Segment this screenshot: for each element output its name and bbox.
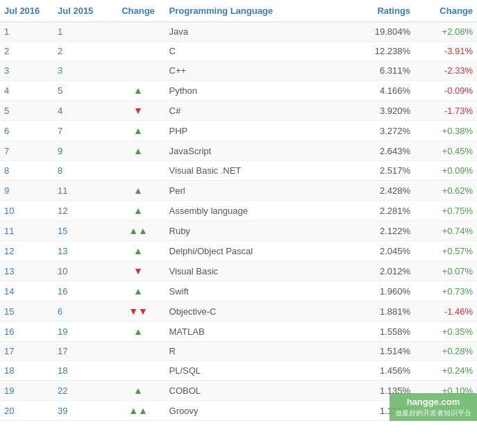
cell-jul2016: 13 [0, 261, 53, 281]
header-ratings: Ratings [343, 0, 415, 22]
cell-language: MATLAB [165, 322, 344, 342]
watermark: hangge.com 做最好的开发者知识平台 [390, 393, 477, 421]
change-arrow-icon: ▲▲ [128, 225, 148, 236]
cell-change-pct: +0.75% [415, 201, 477, 221]
change-arrow-icon: ▲ [133, 145, 143, 156]
cell-language: C# [165, 101, 344, 121]
table-row: 22C12.238%-3.91% [0, 42, 477, 61]
cell-ratings: 2.281% [343, 201, 415, 221]
table-row: 1619▲MATLAB1.558%+0.35% [0, 322, 477, 342]
cell-change-icon: ▲ [111, 81, 165, 101]
cell-change-icon: ▲ [111, 281, 165, 301]
change-arrow-icon: ▲ [133, 326, 143, 337]
cell-jul2016: 20 [0, 401, 53, 421]
cell-change-pct: +0.09% [415, 161, 477, 181]
cell-language: Java [165, 22, 344, 42]
cell-language: Ruby [165, 221, 344, 241]
table-row: 1416▲Swift1.960%+0.73% [0, 281, 477, 301]
cell-change-icon: ▲ [111, 201, 165, 221]
cell-jul2015: 22 [53, 381, 111, 401]
cell-change-pct: +0.07% [415, 261, 477, 281]
cell-jul2015: 5 [53, 81, 111, 101]
cell-ratings: 1.456% [343, 361, 415, 381]
change-arrow-icon: ▲ [133, 205, 143, 216]
header-change-pct: Change [415, 0, 477, 22]
table-row: 911▲Perl2.428%+0.62% [0, 181, 477, 201]
table-header: Jul 2016 Jul 2015 Change Programming Lan… [0, 0, 477, 22]
cell-change-pct: -1.46% [415, 301, 477, 322]
cell-jul2015: 1 [53, 22, 111, 42]
cell-language: Swift [165, 281, 344, 301]
cell-change-pct: -2.33% [415, 61, 477, 81]
cell-jul2015: 2 [53, 42, 111, 61]
cell-jul2016: 10 [0, 201, 53, 221]
cell-language: Groovy [165, 401, 344, 421]
cell-jul2015: 16 [53, 281, 111, 301]
cell-change-pct: -0.09% [415, 81, 477, 101]
cell-jul2015: 3 [53, 61, 111, 81]
cell-change-icon: ▲▲ [111, 401, 165, 421]
cell-ratings: 3.920% [343, 101, 415, 121]
table-body: 11Java19.804%+2.08%22C12.238%-3.91%33C++… [0, 22, 477, 421]
table-row: 1115▲▲Ruby2.122%+0.74% [0, 221, 477, 241]
cell-ratings: 12.238% [343, 42, 415, 61]
cell-change-icon: ▲ [111, 121, 165, 141]
cell-ratings: 2.045% [343, 241, 415, 261]
cell-ratings: 2.012% [343, 261, 415, 281]
cell-jul2016: 6 [0, 121, 53, 141]
cell-change-icon: ▼▼ [111, 301, 165, 322]
change-arrow-icon: ▲ [133, 245, 143, 256]
cell-change-icon [111, 42, 165, 61]
cell-jul2015: 19 [53, 322, 111, 342]
cell-jul2015: 11 [53, 181, 111, 201]
cell-jul2016: 17 [0, 342, 53, 361]
cell-change-pct: +0.74% [415, 221, 477, 241]
cell-jul2016: 7 [0, 141, 53, 161]
header-jul2016: Jul 2016 [0, 0, 53, 22]
cell-language: JavaScript [165, 141, 344, 161]
cell-ratings: 1.558% [343, 322, 415, 342]
cell-change-icon: ▲ [111, 181, 165, 201]
change-arrow-icon: ▲▲ [128, 405, 148, 416]
cell-jul2016: 1 [0, 22, 53, 42]
table-row: 11Java19.804%+2.08% [0, 22, 477, 42]
cell-ratings: 2.122% [343, 221, 415, 241]
cell-ratings: 6.311% [343, 61, 415, 81]
cell-language: Delphi/Object Pascal [165, 241, 344, 261]
change-arrow-icon: ▼ [133, 105, 143, 116]
cell-change-icon: ▲ [111, 141, 165, 161]
cell-jul2015: 4 [53, 101, 111, 121]
cell-jul2016: 12 [0, 241, 53, 261]
watermark-line1: hangge.com [395, 396, 471, 408]
cell-jul2016: 11 [0, 221, 53, 241]
cell-language: Objective-C [165, 301, 344, 322]
cell-language: Visual Basic .NET [165, 161, 344, 181]
change-arrow-icon: ▼▼ [128, 306, 148, 317]
cell-ratings: 1.881% [343, 301, 415, 322]
cell-jul2015: 15 [53, 221, 111, 241]
table-row: 1717R1.514%+0.28% [0, 342, 477, 361]
cell-jul2015: 6 [53, 301, 111, 322]
cell-change-icon [111, 22, 165, 42]
change-arrow-icon: ▲ [133, 125, 143, 136]
table-row: 1310▼Visual Basic2.012%+0.07% [0, 261, 477, 281]
cell-ratings: 1.514% [343, 342, 415, 361]
cell-jul2016: 9 [0, 181, 53, 201]
cell-jul2016: 3 [0, 61, 53, 81]
cell-jul2016: 2 [0, 42, 53, 61]
header-change: Change [111, 0, 165, 22]
cell-jul2015: 18 [53, 361, 111, 381]
cell-language: Assembly language [165, 201, 344, 221]
table-row: 1818PL/SQL1.456%+0.24% [0, 361, 477, 381]
cell-jul2015: 17 [53, 342, 111, 361]
table-row: 54▼C#3.920%-1.73% [0, 101, 477, 121]
cell-change-icon: ▲ [111, 241, 165, 261]
cell-jul2016: 5 [0, 101, 53, 121]
cell-language: C [165, 42, 344, 61]
cell-jul2016: 16 [0, 322, 53, 342]
change-arrow-icon: ▲ [133, 85, 143, 96]
watermark-line2: 做最好的开发者知识平台 [395, 408, 471, 418]
cell-jul2015: 39 [53, 401, 111, 421]
cell-change-icon: ▲▲ [111, 221, 165, 241]
cell-language: Perl [165, 181, 344, 201]
